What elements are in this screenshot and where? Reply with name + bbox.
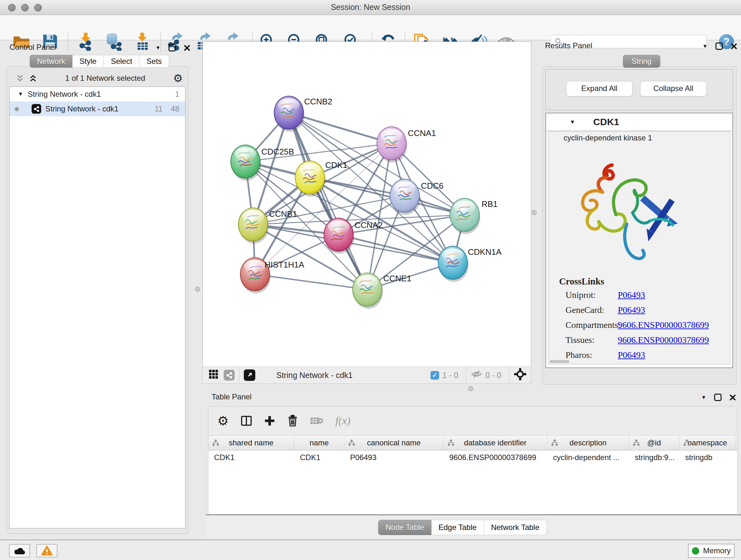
column-header-name[interactable]: name [294,435,344,450]
table-cell[interactable]: cyclin-dependent ... [547,450,629,464]
delete-column-trash-icon[interactable] [287,415,298,427]
network-node-cdkn1a[interactable] [438,246,468,282]
table-cell[interactable]: CDK1 [208,450,294,464]
network-node-cdk1[interactable] [295,161,326,197]
node-label: CDKN1A [468,247,502,257]
table-cell[interactable]: 9606.ENSP00000378699 [444,450,547,464]
warnings-button[interactable] [37,544,57,557]
crosslink-value-link[interactable]: P06493 [618,305,645,315]
table-tabs-strip: Node TableEdge TableNetwork Table [206,515,741,540]
column-header-canonical-name[interactable]: canonical name [344,435,444,450]
table-cell[interactable]: P06493 [344,450,444,464]
control-panel: Control Panel ▼ NetworkStyleSelectSets 1… [4,42,191,535]
network-node-cdc25b[interactable] [231,145,261,181]
gene-section-caret-icon[interactable]: ▼ [569,119,576,125]
network-graph[interactable]: CCNB2CCNA1CDC25BCDK1CDC6RB1CCNB1CCNA2CDK… [203,42,531,367]
column-header-namespace[interactable]: namespace [679,435,736,450]
control-panel-close-icon[interactable] [184,45,190,51]
cloud-icon [13,546,25,556]
control-panel-menu-caret-icon[interactable]: ▼ [155,45,160,51]
birds-eye-view-icon[interactable] [244,369,255,381]
gene-description: cyclin-dependent kinase 1 [563,133,652,142]
table-header-row: shared namenamecanonical namedatabase id… [208,435,737,450]
network-row-selected[interactable]: String Network - cdk1 11 48 [10,102,185,116]
table-panel-close-icon[interactable] [730,394,736,401]
tab-edge-table[interactable]: Edge Table [431,520,484,535]
column-header--id[interactable]: @id [629,435,679,450]
column-type-icon [212,439,219,446]
expand-all-button[interactable]: Expand All [566,81,632,97]
crosslink-value-link[interactable]: P06493 [618,350,645,360]
center-view-crosshair-icon[interactable] [514,368,527,382]
hidden-items-eye-icon[interactable] [471,369,482,381]
delete-table-icon[interactable] [310,415,324,427]
network-label: String Network - cdk1 [45,105,118,113]
column-label: database identifier [464,438,527,447]
network-node-ccnb1[interactable] [239,208,269,244]
network-collection-row[interactable]: ▼ String Network - cdk1 1 [10,87,185,102]
node-label: CCNB2 [304,97,332,106]
tab-style[interactable]: Style [72,55,104,68]
network-node-ccne1[interactable] [353,273,383,309]
results-panel-float-icon[interactable] [716,43,723,50]
status-bar: Memory [0,540,741,560]
table-cell[interactable]: stringdb [679,450,736,464]
gene-section-header[interactable]: ▼ CDK1 [546,113,732,131]
crosslink-row: GeneCard:P06493 [548,305,730,320]
node-label: HIST1H1A [265,260,305,269]
collapse-all-button[interactable]: Collapse All [640,81,706,97]
expand-all-networks-icon[interactable] [29,74,37,82]
table-panel-menu-caret-icon[interactable]: ▼ [701,395,706,400]
network-view-toolbar: String Network - cdk1 ✓ 1 - 0 0 - 0 [202,367,531,384]
table-settings-gear-icon[interactable]: ⚙ [217,415,229,427]
crosslinks-list: Uniprot:P06493GeneCard:P06493Compartment… [548,290,730,365]
collapse-all-networks-icon[interactable] [16,74,24,82]
left-splitter-handle[interactable] [195,287,200,292]
table-panel-float-icon[interactable] [714,394,722,401]
grid-view-icon[interactable] [208,369,219,381]
function-builder-button[interactable]: f(x) [335,415,350,427]
results-panel-close-icon[interactable] [731,43,737,50]
tab-network[interactable]: Network [30,55,72,68]
network-node-ccnb2[interactable] [274,96,305,132]
tab-node-table[interactable]: Node Table [378,520,431,535]
add-column-icon[interactable] [264,415,275,427]
collection-label: String Network - cdk1 [28,90,101,99]
network-options-gear-icon[interactable]: ⚙ [173,73,183,84]
bottom-splitter-handle[interactable] [468,386,473,391]
warning-icon [41,545,53,556]
network-view-share-icon[interactable] [224,370,234,381]
network-canvas[interactable]: CCNB2CCNA1CDC25BCDK1CDC6RB1CCNB1CCNA2CDK… [202,42,531,367]
network-edge[interactable] [255,274,367,290]
tab-select[interactable]: Select [104,55,139,68]
network-node-ccna1[interactable] [377,127,407,163]
control-panel-float-icon[interactable] [169,44,176,51]
cloud-status-button[interactable] [9,544,30,557]
crosslink-value-link[interactable]: P06493 [618,290,645,300]
table-cell[interactable]: CDK1 [294,450,344,464]
network-node-rb1[interactable] [450,198,480,234]
memory-button[interactable]: Memory [688,544,735,558]
table-row[interactable]: CDK1CDK1P064939606.ENSP00000378699cyclin… [208,450,737,464]
results-scrollbar-thumb[interactable] [549,360,569,363]
tab-string[interactable]: String [623,55,660,68]
tab-sets[interactable]: Sets [139,55,169,68]
node-label: CCNE1 [383,273,411,283]
selected-nodes-checkbox[interactable]: ✓ [430,371,439,380]
node-label: RB1 [482,199,498,209]
gene-name: CDK1 [593,117,619,127]
crosslink-value-link[interactable]: 9606.ENSP00000378699 [618,335,709,345]
crosslink-value-link[interactable]: 9606.ENSP00000378699 [618,320,709,330]
tab-network-table[interactable]: Network Table [484,520,547,535]
table-cell[interactable]: stringdb:9... [629,450,679,464]
right-splitter-handle[interactable] [532,210,537,215]
crosslink-label: Tissues: [565,335,595,345]
column-header-database-identifier[interactable]: database identifier [444,435,547,450]
column-header-description[interactable]: description [547,435,629,450]
table-type-tabs: Node TableEdge TableNetwork Table [378,520,547,535]
network-edge[interactable] [255,143,392,274]
collection-expand-caret-icon[interactable]: ▼ [18,91,23,98]
show-columns-icon[interactable] [240,415,253,427]
column-header-shared-name[interactable]: shared name [208,435,294,450]
results-panel-menu-caret-icon[interactable]: ▼ [702,44,708,49]
